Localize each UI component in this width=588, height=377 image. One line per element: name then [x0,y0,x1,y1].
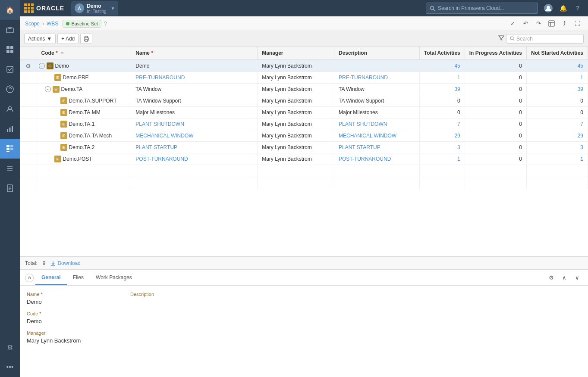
cell-description [334,60,419,72]
project-selector[interactable]: A Demo In: Testing ▼ [71,1,118,16]
sidebar-item-analytics[interactable] [0,79,20,99]
name-text: Demo [135,63,149,69]
table-row[interactable]: ⊞Demo.TA.MMMajor MilestonesMary Lynn Bac… [20,107,588,118]
wbs-node-icon: ⊞ [60,97,67,104]
actions-button[interactable]: Actions ▼ [24,34,56,44]
table-row[interactable]: ⊞Demo.PREPRE-TURNAROUNDMary Lynn Backstr… [20,72,588,84]
toolbar-search[interactable]: Search [506,34,584,44]
field-name: Name * Demo [27,292,113,311]
filter-icon[interactable] [498,35,504,42]
cell-code: ⊞Demo.POST [37,153,131,165]
topbar-actions: 🔔 ? [542,2,584,14]
svg-point-24 [431,6,434,9]
panel-expand-icon[interactable]: ∧ [559,272,570,284]
sidebar-item-contacts[interactable] [0,99,20,119]
breadcrumb-scope[interactable]: Scope [25,21,40,27]
code-value: Demo [27,318,113,324]
code-text: Demo.TA [61,86,83,92]
col-code: Code * ≡ [37,47,131,60]
code-text: Demo [55,63,69,69]
table-row[interactable]: ⊞Demo.TA.TA MechMECHANICAL WINDOWMary Ly… [20,130,588,142]
code-text: Demo.PRE [63,75,89,81]
desc-text: PLANT SHUTDOWN [339,121,387,127]
sidebar-item-tasks[interactable] [0,59,20,79]
bottom-panel: ⊙ General Files Work Packages ⚙ ∧ ∨ [20,269,588,377]
cell-name: PRE-TURNAROUND [131,72,258,84]
table-row-empty [20,165,588,177]
sidebar-item-projects[interactable] [0,40,20,59]
sidebar-item-docs[interactable] [0,178,20,198]
cell-total: 0 [419,107,465,118]
sidebar-item-portfolio[interactable] [0,20,20,40]
panel-content: Name * Demo Description Code * [20,286,588,377]
name-text: PLANT STARTUP [135,144,177,150]
cell-code: ⊞Demo.TA.1 [37,118,131,130]
col-total: Total Activities [419,47,465,60]
cell-not-started: 1 [527,153,588,165]
sidebar-item-home[interactable]: 🏠 [0,0,20,20]
download-button[interactable]: Download [50,260,80,266]
table-row[interactable]: ⊞Demo.TA.1PLANT SHUTDOWNMary Lynn Backst… [20,118,588,130]
table-row[interactable]: ⚙− ⊞DemoDemoMary Lynn Backstrom45045 [20,60,588,72]
col-manager: Manager [258,47,334,60]
cell-manager: Mary Lynn Backstrom [258,153,334,165]
tab-files[interactable]: Files [67,271,90,285]
table-settings-icon[interactable] [546,18,557,29]
check-icon[interactable]: ✓ [507,18,518,29]
redo-icon[interactable]: ↷ [533,18,544,29]
cell-total: 0 [419,95,465,107]
baseline-help-icon[interactable]: ? [104,21,107,27]
baseline-badge: Baseline Set [63,20,101,28]
row-controls: ⚙ [20,60,37,72]
print-icon [83,36,89,42]
cell-code: ⊞Demo.TA.SUPPORT [37,95,131,107]
row-controls [20,153,37,165]
sidebar-item-settings[interactable]: ⚙ [0,337,20,357]
main-area: ORACLE A Demo In: Testing ▼ Search in Pr… [20,0,588,377]
undo-icon[interactable]: ↶ [520,18,531,29]
table-row[interactable]: − ⊞Demo.TATA WindowMary Lynn BackstromTA… [20,84,588,95]
add-button[interactable]: + Add [57,34,79,44]
svg-rect-4 [6,50,9,53]
panel-collapse-icon[interactable]: ∨ [572,272,583,284]
cell-not-started: 29 [527,130,588,142]
share-icon[interactable]: ⤴ [559,18,570,29]
table-row[interactable]: ⊞Demo.TA.SUPPORTTA Window SupportMary Ly… [20,95,588,107]
cell-manager: Mary Lynn Backstrom [258,60,334,72]
fullscreen-icon[interactable]: ⛶ [572,18,583,29]
help-icon[interactable]: ? [572,2,584,14]
breadcrumb-wbs[interactable]: WBS [47,21,58,27]
expand-button[interactable]: − [39,63,45,69]
tab-general[interactable]: General [35,271,67,285]
wbs-table-container[interactable]: Code * ≡ Name * Manager Description Tota… [20,47,588,256]
cell-name: PLANT STARTUP [131,142,258,153]
wbs-node-icon: ⊞ [54,74,61,81]
name-text: TA Window Support [135,98,181,104]
user-avatar-icon[interactable] [542,2,554,14]
manager-value: Mary Lynn Backstrom [27,337,113,344]
expand-button[interactable]: − [45,86,51,92]
svg-rect-14 [6,151,9,152]
field-manager: Manager Mary Lynn Backstrom [27,330,113,350]
tab-work-packages[interactable]: Work Packages [90,271,138,285]
print-button[interactable] [80,34,92,44]
sidebar-item-wbs[interactable] [0,139,20,159]
name-text: PRE-TURNAROUND [135,75,185,81]
project-name: Demo [87,3,106,9]
panel-collapse-button[interactable]: ⊙ [25,274,34,282]
wbs-node-icon: ⊞ [47,62,53,69]
sidebar-item-list[interactable] [0,159,20,178]
panel-settings-icon[interactable]: ⚙ [546,272,557,284]
cell-in-progress: 0 [465,84,526,95]
table-row[interactable]: ⊞Demo.TA.2PLANT STARTUPMary Lynn Backstr… [20,142,588,153]
cell-description: Major Milestones [334,107,419,118]
sidebar-item-charts[interactable] [0,119,20,139]
content-area: Code * ≡ Name * Manager Description Tota… [20,47,588,377]
notifications-icon[interactable]: 🔔 [557,2,569,14]
cell-not-started: 7 [527,118,588,130]
cell-name: Demo [131,60,258,72]
settings-icon[interactable]: ⚙ [25,62,31,69]
sidebar-item-more[interactable]: ••• [0,357,20,377]
global-search[interactable]: Search in Primavera Cloud... [426,3,538,14]
table-row[interactable]: ⊞Demo.POSTPOST-TURNAROUNDMary Lynn Backs… [20,153,588,165]
